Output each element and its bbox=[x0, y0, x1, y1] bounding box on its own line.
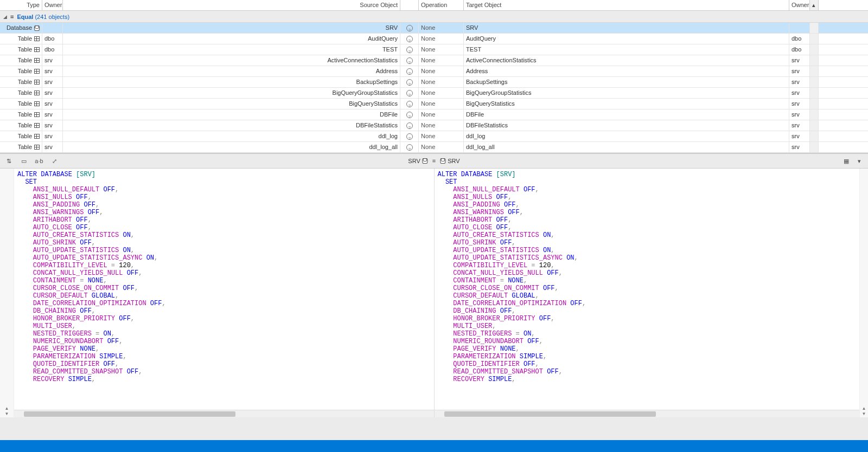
row-type-label: Table bbox=[18, 142, 32, 152]
table-icon bbox=[34, 91, 40, 95]
row-source-object: ddl_log_all bbox=[63, 142, 400, 152]
none-operation-icon bbox=[406, 101, 413, 107]
row-operation[interactable]: None bbox=[419, 66, 464, 76]
left-code-editor[interactable]: ALTER DATABASE [SRV] SET ANSI_NULL_DEFAU… bbox=[14, 169, 434, 410]
table-row[interactable]: TabledboAuditQueryNoneAuditQuerydbo bbox=[0, 34, 868, 44]
vscroll-track[interactable] bbox=[810, 44, 819, 55]
collapse-icon[interactable]: ◢ bbox=[3, 14, 7, 20]
right-hscroll[interactable] bbox=[435, 410, 860, 417]
vscroll-track[interactable] bbox=[810, 77, 819, 87]
col-header-target-object[interactable]: Target Object bbox=[464, 0, 789, 10]
row-operation[interactable]: None bbox=[419, 131, 464, 141]
col-header-owner-left[interactable]: Owner bbox=[42, 0, 63, 10]
row-owner-right: srv bbox=[789, 120, 810, 131]
row-owner-left bbox=[42, 23, 63, 33]
vscroll-track[interactable] bbox=[810, 66, 819, 76]
col-header-owner-right[interactable]: Owner bbox=[789, 0, 810, 10]
row-owner-left: srv bbox=[42, 99, 63, 109]
vscroll-track[interactable] bbox=[810, 131, 819, 141]
row-owner-left: srv bbox=[42, 109, 63, 120]
row-type-label: Table bbox=[18, 55, 32, 66]
row-owner-left: srv bbox=[42, 142, 63, 152]
row-owner-right: srv bbox=[789, 77, 810, 87]
none-operation-icon bbox=[406, 25, 413, 31]
table-row[interactable]: TablesrvDBFileStatisticsNoneDBFileStatis… bbox=[0, 120, 868, 131]
row-operation[interactable]: None bbox=[419, 88, 464, 98]
right-gutter: ▲ ▼ bbox=[859, 169, 868, 417]
vscroll-track[interactable] bbox=[810, 99, 819, 109]
left-hscroll-thumb[interactable] bbox=[24, 411, 235, 417]
row-source-object: BigQueryGroupStatistics bbox=[63, 88, 400, 98]
row-owner-right bbox=[789, 23, 810, 33]
row-operation[interactable]: None bbox=[419, 55, 464, 66]
equals-separator: = bbox=[432, 158, 436, 164]
group-row-equal[interactable]: ◢ = Equal (241 objects) bbox=[0, 11, 868, 23]
row-operation[interactable]: None bbox=[419, 77, 464, 87]
vscroll-track[interactable] bbox=[810, 142, 819, 152]
row-operation[interactable]: None bbox=[419, 23, 464, 33]
expand-icon[interactable]: ⤢ bbox=[50, 157, 59, 165]
vscroll-track[interactable] bbox=[810, 23, 819, 33]
table-row[interactable]: TablesrvActiveConnectionStatisticsNoneAc… bbox=[0, 55, 868, 66]
sync-scroll-icon[interactable]: ⇅ bbox=[4, 157, 13, 165]
col-header-spacer bbox=[400, 0, 419, 10]
row-operation[interactable]: None bbox=[419, 120, 464, 131]
row-operation[interactable]: None bbox=[419, 109, 464, 120]
table-row[interactable]: DatabaseSRVNoneSRV bbox=[0, 23, 868, 34]
table-row[interactable]: TablesrvBigQueryStatisticsNoneBigQuerySt… bbox=[0, 99, 868, 109]
dropdown-icon[interactable]: ▾ bbox=[855, 157, 864, 165]
database-icon bbox=[440, 158, 445, 164]
table-row[interactable]: TablesrvAddressNoneAddresssrv bbox=[0, 66, 868, 77]
row-target-object: ddl_log_all bbox=[464, 142, 789, 152]
left-code-pane: ▲ ▼ ALTER DATABASE [SRV] SET ANSI_NULL_D… bbox=[0, 169, 435, 417]
vscroll-track[interactable] bbox=[810, 109, 819, 120]
row-target-object: TEST bbox=[464, 44, 789, 55]
right-hscroll-thumb[interactable] bbox=[444, 411, 656, 417]
row-source-object: ddl_log bbox=[63, 131, 400, 141]
table-row[interactable]: TablesrvBackupSettingsNoneBackupSettings… bbox=[0, 77, 868, 88]
row-owner-right: dbo bbox=[789, 44, 810, 55]
grid-view-icon[interactable]: ▦ bbox=[842, 157, 851, 165]
group-label: Equal bbox=[17, 14, 33, 20]
table-icon bbox=[34, 145, 40, 150]
table-row[interactable]: TabledboTESTNoneTESTdbo bbox=[0, 44, 868, 55]
table-row[interactable]: TablesrvBigQueryGroupStatisticsNoneBigQu… bbox=[0, 88, 868, 99]
wrap-icon[interactable]: ▭ bbox=[20, 157, 28, 165]
row-type-label: Table bbox=[18, 99, 32, 109]
col-header-type[interactable]: Type bbox=[0, 0, 42, 10]
none-operation-icon bbox=[406, 122, 413, 129]
row-source-object: TEST bbox=[63, 44, 400, 55]
row-operation[interactable]: None bbox=[419, 99, 464, 109]
table-icon bbox=[34, 69, 40, 74]
row-operation[interactable]: None bbox=[419, 44, 464, 55]
table-row[interactable]: TablesrvDBFileNoneDBFilesrv bbox=[0, 109, 868, 120]
row-type-label: Table bbox=[18, 66, 32, 76]
row-operation[interactable]: None bbox=[419, 34, 464, 44]
gutter-up-icon[interactable]: ▲ bbox=[5, 406, 9, 411]
table-icon bbox=[34, 134, 40, 139]
row-operation[interactable]: None bbox=[419, 142, 464, 152]
vscroll-track[interactable] bbox=[810, 34, 819, 44]
gutter-down-icon[interactable]: ▼ bbox=[5, 412, 9, 416]
row-owner-left: srv bbox=[42, 131, 63, 141]
gutter-up-icon[interactable]: ▲ bbox=[862, 406, 866, 411]
row-owner-right: dbo bbox=[789, 34, 810, 44]
row-source-object: SRV bbox=[63, 23, 400, 33]
row-source-object: AuditQuery bbox=[63, 34, 400, 44]
col-header-source-object[interactable]: Source Object bbox=[63, 0, 400, 10]
row-owner-right: srv bbox=[789, 142, 810, 152]
right-code-editor[interactable]: ALTER DATABASE [SRV] SET ANSI_NULL_DEFAU… bbox=[435, 169, 860, 410]
row-target-object: DBFileStatistics bbox=[464, 120, 789, 131]
vscroll-track[interactable] bbox=[810, 88, 819, 98]
ab-icon[interactable]: a∙b bbox=[35, 157, 43, 165]
table-row[interactable]: Tablesrvddl_logNoneddl_logsrv bbox=[0, 131, 868, 142]
diff-code-area: ▲ ▼ ALTER DATABASE [SRV] SET ANSI_NULL_D… bbox=[0, 169, 868, 417]
vscroll-track[interactable] bbox=[810, 55, 819, 66]
table-row[interactable]: Tablesrvddl_log_allNoneddl_log_allsrv bbox=[0, 142, 868, 153]
left-hscroll[interactable] bbox=[14, 410, 434, 417]
grid-header-row: Type Owner Source Object Operation Targe… bbox=[0, 0, 868, 11]
col-header-operation[interactable]: Operation bbox=[419, 0, 464, 10]
row-target-object: AuditQuery bbox=[464, 34, 789, 44]
vscroll-track[interactable] bbox=[810, 120, 819, 131]
gutter-down-icon[interactable]: ▼ bbox=[862, 412, 866, 416]
